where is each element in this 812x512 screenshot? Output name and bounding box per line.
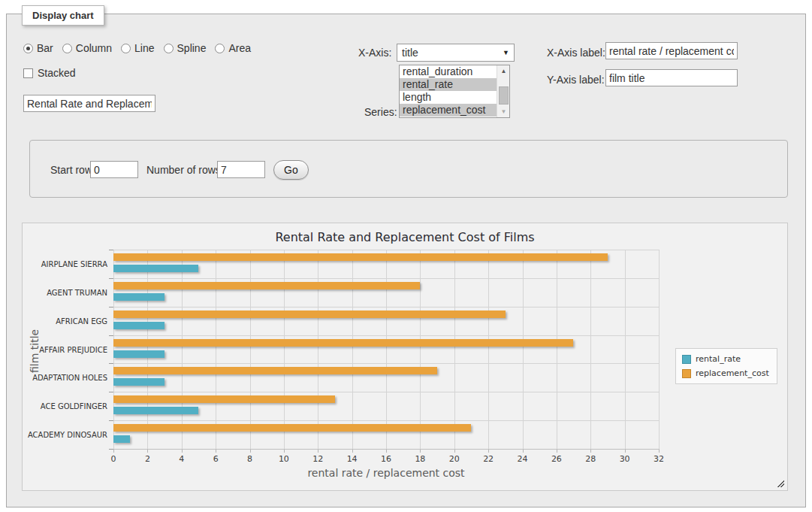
gridline-vertical xyxy=(557,250,557,449)
x-tick-label: 20 xyxy=(439,454,469,464)
scroll-up-icon[interactable]: ▲ xyxy=(497,65,510,77)
start-row-input[interactable] xyxy=(90,161,138,178)
x-tick-label: 30 xyxy=(610,454,640,464)
radio-icon[interactable] xyxy=(121,44,131,53)
bar-rental_rate-academy-dinosaur[interactable] xyxy=(113,435,130,443)
bar-replacement_cost-affair-prejudice[interactable] xyxy=(113,339,573,347)
x-axis-label-input[interactable] xyxy=(605,42,738,59)
gridline-vertical xyxy=(523,250,524,449)
scrollbar-thumb[interactable] xyxy=(499,86,509,105)
chart-container: Rental Rate and Replacement Cost of Film… xyxy=(22,223,788,491)
series-listbox-scrollbar[interactable]: ▲ ▼ xyxy=(497,65,509,117)
category-label: ACE GOLDFINGER xyxy=(23,402,107,411)
stacked-checkbox-row[interactable]: Stacked xyxy=(23,67,76,79)
gridline-horizontal xyxy=(113,363,659,364)
series-option-replacement_cost[interactable]: replacement_cost xyxy=(400,104,497,117)
bar-replacement_cost-african-egg[interactable] xyxy=(113,311,506,318)
x-axis-label-label: X-Axis label: xyxy=(547,47,605,59)
gridline-horizontal xyxy=(113,335,659,336)
gridline-vertical xyxy=(284,250,285,449)
x-axis-tick xyxy=(386,450,387,453)
chart-type-radio-spline[interactable]: Spline xyxy=(164,42,207,54)
fieldset-legend: Display chart xyxy=(22,5,104,26)
category-tick xyxy=(109,420,113,421)
x-axis-tick xyxy=(182,450,183,453)
category-tick xyxy=(109,307,113,308)
gridline-vertical xyxy=(590,250,591,449)
gridline-horizontal xyxy=(113,420,659,421)
go-button[interactable]: Go xyxy=(273,160,309,180)
gridline-vertical xyxy=(182,250,183,449)
bar-rental_rate-agent-truman[interactable] xyxy=(113,293,165,301)
x-tick-label: 24 xyxy=(508,454,538,464)
series-listbox[interactable]: rental_durationrental_ratelengthreplacem… xyxy=(399,65,510,118)
num-rows-input[interactable] xyxy=(217,161,265,178)
category-tick xyxy=(109,363,113,364)
x-tick-label: 8 xyxy=(235,454,265,464)
radio-icon[interactable] xyxy=(164,44,174,53)
bar-replacement_cost-agent-truman[interactable] xyxy=(113,282,420,289)
series-option-rental_rate[interactable]: rental_rate xyxy=(400,78,497,91)
bar-replacement_cost-academy-dinosaur[interactable] xyxy=(113,424,471,432)
x-tick-label: 12 xyxy=(303,454,333,464)
legend-item-rental_rate[interactable]: rental_rate xyxy=(682,354,769,364)
bar-replacement_cost-ace-goldfinger[interactable] xyxy=(113,395,335,403)
gridline-vertical xyxy=(386,250,387,449)
series-option-rental_duration[interactable]: rental_duration xyxy=(400,65,497,78)
resize-handle-icon[interactable] xyxy=(776,479,784,487)
category-tick xyxy=(109,335,113,336)
x-axis-select-label: X-Axis: xyxy=(358,47,391,59)
gridline-vertical xyxy=(250,250,251,449)
x-axis-tick xyxy=(216,450,216,453)
radio-icon[interactable] xyxy=(23,44,33,53)
category-label: AFRICAN EGG xyxy=(23,317,107,325)
gridline-vertical xyxy=(318,250,318,449)
gridline-vertical xyxy=(420,250,421,449)
chart-type-radio-column[interactable]: Column xyxy=(62,42,112,54)
chart-type-radio-bar[interactable]: Bar xyxy=(23,42,53,54)
x-axis-tick xyxy=(590,450,591,453)
category-labels: AIRPLANE SIERRAAGENT TRUMANAFRICAN EGGAF… xyxy=(23,250,107,449)
x-axis-tick xyxy=(318,450,318,453)
x-axis-tick xyxy=(250,450,251,453)
legend-swatch-icon xyxy=(682,355,691,364)
gridline-vertical xyxy=(625,250,626,449)
legend-label: replacement_cost xyxy=(696,368,769,378)
x-axis-select[interactable]: title ▼ xyxy=(397,44,515,62)
bar-replacement_cost-airplane-sierra[interactable] xyxy=(113,253,608,261)
y-axis-label-input[interactable] xyxy=(605,69,738,86)
gridline-vertical xyxy=(113,250,114,449)
radio-label: Spline xyxy=(177,42,207,54)
legend-item-replacement_cost[interactable]: replacement_cost xyxy=(682,368,769,378)
series-select-label: Series: xyxy=(364,106,397,118)
category-label: AIRPLANE SIERRA xyxy=(23,259,107,268)
gridline-horizontal xyxy=(113,250,659,250)
gridline-vertical xyxy=(352,250,353,449)
stacked-checkbox[interactable] xyxy=(23,68,33,78)
chart-legend[interactable]: rental_ratereplacement_cost xyxy=(675,348,777,384)
chart-type-radio-line[interactable]: Line xyxy=(121,42,154,54)
scroll-down-icon[interactable]: ▼ xyxy=(497,106,510,117)
series-listbox-items: rental_durationrental_ratelengthreplacem… xyxy=(400,65,497,117)
x-tick-label: 26 xyxy=(542,454,572,464)
bar-rental_rate-affair-prejudice[interactable] xyxy=(113,350,165,358)
bar-rental_rate-ace-goldfinger[interactable] xyxy=(113,407,198,414)
category-label: ADAPTATION HOLES xyxy=(23,374,107,382)
bar-rental_rate-adaptation-holes[interactable] xyxy=(113,378,165,386)
gridline-vertical xyxy=(454,250,455,449)
bar-replacement_cost-adaptation-holes[interactable] xyxy=(113,367,437,374)
chart-type-radio-area[interactable]: Area xyxy=(215,42,251,54)
bar-rental_rate-african-egg[interactable] xyxy=(113,322,165,329)
series-option-length[interactable]: length xyxy=(400,91,497,104)
y-axis-label-label: Y-Axis label: xyxy=(547,74,605,86)
x-tick-label: 18 xyxy=(405,454,435,464)
x-axis-tick xyxy=(147,450,148,453)
x-axis-title: rental rate / replacement cost xyxy=(113,467,659,479)
chart-title-input[interactable] xyxy=(23,95,155,112)
bar-rental_rate-airplane-sierra[interactable] xyxy=(113,265,198,272)
radio-label: Column xyxy=(76,42,112,54)
page: Display chart BarColumnLineSplineArea St… xyxy=(0,0,812,512)
radio-icon[interactable] xyxy=(215,44,225,53)
x-tick-label: 4 xyxy=(167,454,197,464)
radio-icon[interactable] xyxy=(62,44,72,53)
